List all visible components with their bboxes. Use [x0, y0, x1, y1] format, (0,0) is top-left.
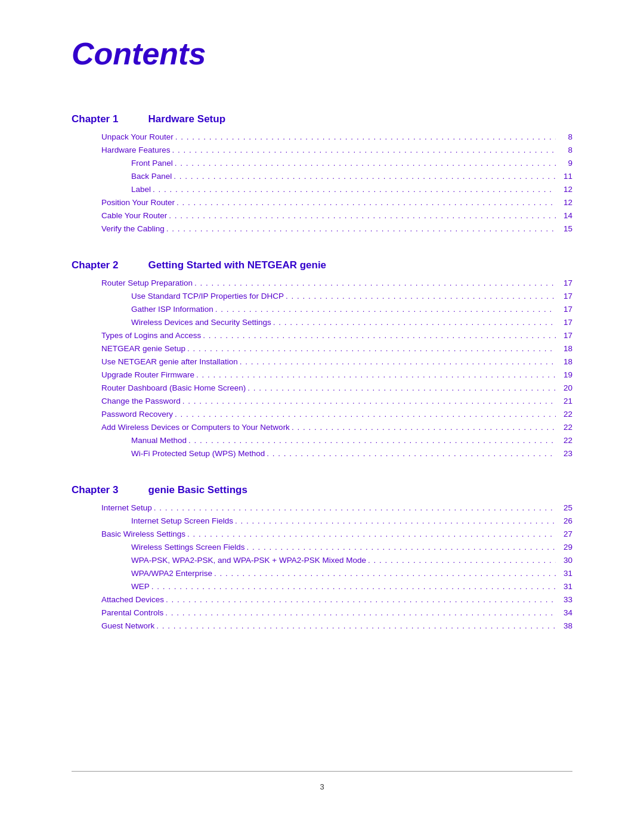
toc-entry: Upgrade Router Firmware . . . . . . . . … [72, 370, 572, 382]
toc-dots-fill: . . . . . . . . . . . . . . . . . . . . … [156, 621, 556, 630]
toc-entry-label: Front Panel [131, 159, 173, 168]
toc-entry-page: 11 [558, 172, 572, 181]
toc-dots-fill: . . . . . . . . . . . . . . . . . . . . … [187, 529, 556, 538]
toc-entry-page: 34 [558, 608, 572, 617]
toc-entry-page: 21 [558, 397, 572, 405]
toc-entry-page: 20 [558, 383, 572, 392]
toc-entry-label: Types of Logins and Access [101, 331, 201, 340]
toc-dots-fill: . . . . . . . . . . . . . . . . . . . . … [196, 370, 556, 379]
toc-dots-fill: . . . . . . . . . . . . . . . . . . . . … [187, 344, 556, 353]
toc-entry-page: 17 [558, 278, 572, 287]
toc-entry-label: Upgrade Router Firmware [101, 370, 194, 379]
toc-entry-label: Wireless Devices and Security Settings [131, 318, 271, 327]
toc-entry-page: 31 [558, 582, 572, 591]
toc-entry-label: Internet Setup [101, 503, 152, 512]
toc-entry-page: 12 [558, 198, 572, 207]
toc-dots-fill: . . . . . . . . . . . . . . . . . . . . … [175, 159, 556, 168]
toc-entry-label: Wireless Settings Screen Fields [131, 543, 245, 552]
chapter1-heading: Chapter 1 Hardware Setup [72, 113, 572, 125]
toc-dots-fill: . . . . . . . . . . . . . . . . . . . . … [151, 582, 556, 591]
chapter2-label: Chapter 2 [72, 259, 118, 271]
toc-entry-label: Add Wireless Devices or Computers to You… [101, 423, 290, 432]
toc-entry-label: Attached Devices [101, 595, 164, 604]
toc-entry-dots: . . . . . . . . . . . . . . . . . . . . … [247, 543, 556, 552]
toc-entry-label: NETGEAR genie Setup [101, 344, 185, 353]
toc-entry-page: 25 [558, 503, 572, 512]
toc-entry-page: 9 [558, 159, 572, 168]
toc-entry-dots: . . . . . . . . . . . . . . . . . . . . … [154, 503, 556, 513]
toc-entry-dots: . . . . . . . . . . . . . . . . . . . . … [175, 132, 556, 142]
toc-entry-page: 22 [558, 436, 572, 445]
toc-entry-dots: . . . . . . . . . . . . . . . . . . . . … [235, 516, 556, 526]
toc-entry: Internet Setup Screen Fields . . . . . .… [72, 516, 572, 528]
toc-dots-fill: . . . . . . . . . . . . . . . . . . . . … [166, 224, 556, 233]
toc-entry-dots: . . . . . . . . . . . . . . . . . . . . … [292, 423, 556, 432]
toc-entry: Unpack Your Router . . . . . . . . . . .… [72, 132, 572, 144]
toc-dots-fill: . . . . . . . . . . . . . . . . . . . . … [177, 198, 556, 207]
chapter3-title: genie Basic Settings [148, 484, 247, 496]
toc-dots-fill: . . . . . . . . . . . . . . . . . . . . … [175, 410, 556, 419]
toc-entry: Verify the Cabling . . . . . . . . . . .… [72, 224, 572, 236]
toc-entry-label: Cable Your Router [101, 211, 167, 220]
toc-entry: Add Wireless Devices or Computers to You… [72, 423, 572, 434]
toc-entry-page: 17 [558, 292, 572, 301]
toc-entry: Parental Controls . . . . . . . . . . . … [72, 608, 572, 620]
toc-entry-label: Back Panel [131, 172, 172, 181]
toc-entry-label: Manual Method [131, 436, 187, 445]
toc-dots-fill: . . . . . . . . . . . . . . . . . . . . … [166, 595, 556, 604]
toc-entry-dots: . . . . . . . . . . . . . . . . . . . . … [187, 344, 556, 354]
toc-dots-fill: . . . . . . . . . . . . . . . . . . . . … [247, 383, 556, 392]
toc-entry-dots: . . . . . . . . . . . . . . . . . . . . … [247, 383, 556, 393]
toc-entry-label: Verify the Cabling [101, 224, 165, 233]
toc-entry-dots: . . . . . . . . . . . . . . . . . . . . … [174, 172, 556, 181]
toc-entry-dots: . . . . . . . . . . . . . . . . . . . . … [151, 582, 556, 592]
toc-entry-dots: . . . . . . . . . . . . . . . . . . . . … [153, 185, 556, 194]
toc-entry-label: Use NETGEAR genie after Installation [101, 357, 238, 366]
toc-entry-label: Basic Wireless Settings [101, 529, 185, 538]
toc-dots-fill: . . . . . . . . . . . . . . . . . . . . … [153, 185, 556, 194]
page-title: Contents [72, 36, 572, 72]
footer: 3 [72, 771, 572, 791]
toc-entry-label: Internet Setup Screen Fields [131, 516, 233, 525]
toc-dots-fill: . . . . . . . . . . . . . . . . . . . . … [188, 436, 556, 445]
toc-entry-page: 17 [558, 331, 572, 340]
toc-dots-fill: . . . . . . . . . . . . . . . . . . . . … [240, 357, 556, 366]
toc-dots-fill: . . . . . . . . . . . . . . . . . . . . … [154, 503, 556, 512]
toc-entry: NETGEAR genie Setup . . . . . . . . . . … [72, 344, 572, 355]
toc-entry-dots: . . . . . . . . . . . . . . . . . . . . … [196, 370, 556, 380]
toc-dots-fill: . . . . . . . . . . . . . . . . . . . . … [292, 423, 556, 432]
toc-entry: Position Your Router . . . . . . . . . .… [72, 198, 572, 209]
toc-entry-page: 22 [558, 423, 572, 432]
toc-dots-fill: . . . . . . . . . . . . . . . . . . . . … [247, 543, 556, 552]
toc-entry-dots: . . . . . . . . . . . . . . . . . . . . … [156, 621, 556, 631]
toc-entry: WEP . . . . . . . . . . . . . . . . . . … [72, 582, 572, 593]
toc-entry: Types of Logins and Access . . . . . . .… [72, 331, 572, 342]
toc-dots-fill: . . . . . . . . . . . . . . . . . . . . … [182, 397, 556, 405]
toc-entry: Use Standard TCP/IP Properties for DHCP … [72, 292, 572, 303]
toc-entry-page: 8 [558, 145, 572, 154]
toc-dots-fill: . . . . . . . . . . . . . . . . . . . . … [368, 556, 556, 565]
section-chapter1: Chapter 1 Hardware SetupUnpack Your Rout… [72, 113, 572, 236]
toc-entry-label: WPA-PSK, WPA2-PSK, and WPA-PSK + WPA2-PS… [131, 556, 366, 565]
toc-entry-label: Wi-Fi Protected Setup (WPS) Method [131, 449, 265, 458]
toc-entry-label: Password Recovery [101, 410, 173, 419]
toc-dots-fill: . . . . . . . . . . . . . . . . . . . . … [214, 569, 556, 578]
toc-entry-label: WEP [131, 582, 150, 591]
toc-entry: Wi-Fi Protected Setup (WPS) Method . . .… [72, 449, 572, 460]
toc-entry-label: Router Dashboard (Basic Home Screen) [101, 383, 246, 392]
chapter2-heading: Chapter 2 Getting Started with NETGEAR g… [72, 259, 572, 271]
toc-entry-dots: . . . . . . . . . . . . . . . . . . . . … [194, 278, 556, 288]
toc-dots-fill: . . . . . . . . . . . . . . . . . . . . … [172, 145, 556, 154]
toc-entry: Front Panel . . . . . . . . . . . . . . … [72, 159, 572, 170]
toc-entry: Change the Password . . . . . . . . . . … [72, 397, 572, 408]
toc-entry: Gather ISP Information . . . . . . . . .… [72, 305, 572, 316]
toc-entry-label: Change the Password [101, 397, 181, 405]
toc-entry-dots: . . . . . . . . . . . . . . . . . . . . … [187, 529, 556, 539]
toc-entry-page: 29 [558, 543, 572, 552]
toc-entry-label: Use Standard TCP/IP Properties for DHCP [131, 292, 284, 301]
toc-entry-page: 23 [558, 449, 572, 458]
toc-entry-dots: . . . . . . . . . . . . . . . . . . . . … [214, 569, 556, 578]
chapter2-title: Getting Started with NETGEAR genie [148, 259, 326, 271]
toc-entry-page: 12 [558, 185, 572, 194]
chapter3-label: Chapter 3 [72, 484, 118, 496]
